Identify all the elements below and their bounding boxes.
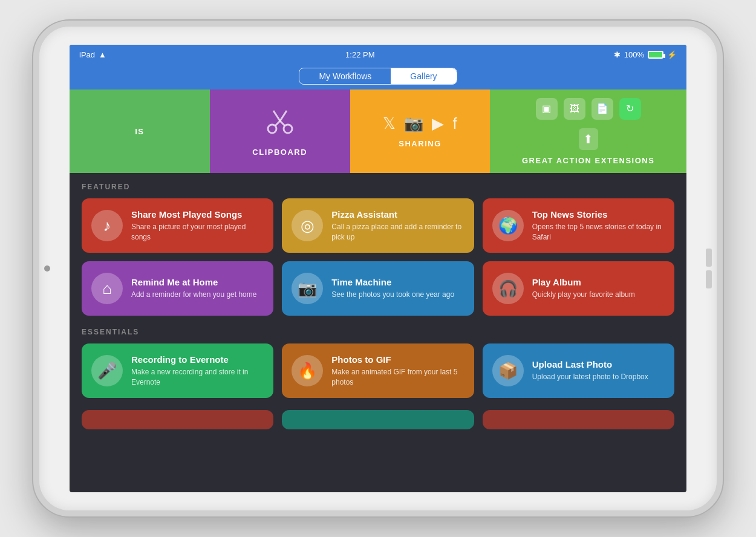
- battery-icon: [648, 51, 663, 59]
- social-icons: 𝕏 📷 ▶ f: [383, 114, 457, 133]
- card-upload-last-photo[interactable]: 📦 Upload Last Photo Upload your latest p…: [483, 343, 674, 398]
- banner-extensions[interactable]: ▣ 🖼 📄 ↻ ⬆ GREAT ACTION EXTENSIONS: [490, 90, 686, 173]
- ext-icon-1: ▣: [536, 98, 558, 120]
- card-share-most-played[interactable]: ♪ Share Most Played Songs Share a pictur…: [82, 198, 273, 253]
- flame-icon: 🔥: [292, 355, 323, 386]
- card-text-play-album: Play Album Quickly play your favorite al…: [532, 277, 635, 300]
- twitter-icon: 𝕏: [383, 114, 396, 133]
- essentials-section-label: ESSENTIALS: [82, 328, 674, 336]
- dropbox-icon: 📦: [492, 355, 524, 386]
- status-left: iPad ▲: [79, 50, 106, 59]
- featured-cards-grid: ♪ Share Most Played Songs Share a pictur…: [82, 198, 674, 316]
- bottom-partial-cards: [82, 410, 674, 429]
- wifi-icon: ▲: [99, 50, 106, 59]
- nav-tabs: My Workflows Gallery: [299, 68, 457, 85]
- svg-line-4: [273, 111, 280, 121]
- side-buttons: [706, 249, 712, 288]
- banner-partial-label: IS: [135, 127, 144, 136]
- essentials-cards-grid: 🎤 Recording to Evernote Make a new recor…: [82, 343, 674, 398]
- card-photos-to-gif[interactable]: 🔥 Photos to GIF Make an animated GIF fro…: [282, 343, 474, 398]
- category-banners: IS CLIPBOARD: [70, 90, 686, 173]
- card-time-machine[interactable]: 📷 Time Machine See the photos you took o…: [282, 261, 474, 316]
- svg-point-0: [268, 125, 276, 133]
- facebook-icon: f: [452, 114, 457, 133]
- nav-bar: My Workflows Gallery: [70, 64, 686, 90]
- banner-sharing-label: SHARING: [399, 139, 441, 148]
- content-area: FEATURED ♪ Share Most Played Songs Share…: [70, 173, 686, 490]
- card-text-recording-evernote: Recording to Evernote Make a new recordi…: [131, 354, 264, 388]
- card-text-top-news: Top News Stories Opens the top 5 news st…: [532, 209, 665, 242]
- volume-down-button[interactable]: [706, 270, 712, 288]
- tab-gallery[interactable]: Gallery: [391, 68, 456, 84]
- svg-line-5: [280, 111, 287, 121]
- ipad-device: iPad ▲ 1:22 PM ✱ 100% ⚡ My Workflows Gal…: [33, 21, 723, 516]
- bottom-card-3[interactable]: [483, 410, 674, 429]
- bluetooth-icon: ✱: [614, 50, 621, 59]
- card-text-photos-to-gif: Photos to GIF Make an animated GIF from …: [331, 354, 464, 388]
- device-name: iPad: [79, 50, 95, 59]
- banner-partial[interactable]: IS: [70, 90, 210, 173]
- ext-icon-3: 📄: [591, 98, 613, 120]
- card-text-pizza-assistant: Pizza Assistant Call a pizza place and a…: [331, 209, 464, 242]
- status-bar: iPad ▲ 1:22 PM ✱ 100% ⚡: [70, 45, 686, 64]
- svg-line-2: [275, 121, 280, 126]
- target-icon: ◎: [292, 210, 323, 241]
- status-time: 1:22 PM: [345, 50, 374, 59]
- youtube-icon: ▶: [432, 114, 444, 133]
- globe-icon: 🌍: [492, 210, 524, 241]
- tab-my-workflows[interactable]: My Workflows: [299, 68, 391, 84]
- card-text-time-machine: Time Machine See the photos you took one…: [331, 277, 454, 300]
- bottom-card-1[interactable]: [82, 410, 273, 429]
- card-text-share-most-played: Share Most Played Songs Share a picture …: [131, 209, 264, 242]
- scissors-icon: [265, 106, 295, 142]
- status-right: ✱ 100% ⚡: [614, 50, 677, 59]
- svg-point-1: [284, 125, 292, 133]
- card-text-upload-last-photo: Upload Last Photo Upload your latest pho…: [532, 359, 648, 382]
- ipad-screen: iPad ▲ 1:22 PM ✱ 100% ⚡ My Workflows Gal…: [70, 45, 686, 492]
- home-icon: ⌂: [91, 273, 123, 304]
- ext-icons: ▣ 🖼 📄 ↻: [536, 98, 641, 120]
- ext-share-icon: ⬆: [579, 128, 598, 150]
- banner-sharing[interactable]: 𝕏 📷 ▶ f SHARING: [350, 90, 490, 173]
- instagram-icon: 📷: [404, 114, 423, 133]
- camera-icon: 📷: [292, 273, 323, 304]
- ext-icon-4: ↻: [619, 98, 641, 120]
- microphone-icon: 🎤: [91, 355, 123, 386]
- banner-extensions-label: GREAT ACTION EXTENSIONS: [522, 156, 654, 165]
- card-recording-evernote[interactable]: 🎤 Recording to Evernote Make a new recor…: [82, 343, 273, 398]
- music-note-icon: ♪: [91, 210, 123, 241]
- featured-section-label: FEATURED: [82, 183, 674, 191]
- battery-percent: 100%: [624, 50, 644, 59]
- svg-line-3: [280, 121, 285, 126]
- card-top-news[interactable]: 🌍 Top News Stories Opens the top 5 news …: [483, 198, 674, 253]
- volume-up-button[interactable]: [706, 249, 712, 267]
- bottom-card-2[interactable]: [282, 410, 474, 429]
- card-pizza-assistant[interactable]: ◎ Pizza Assistant Call a pizza place and…: [282, 198, 474, 253]
- banner-clipboard-label: CLIPBOARD: [252, 148, 307, 157]
- ext-icon-2: 🖼: [564, 98, 585, 120]
- headphone-icon: 🎧: [492, 273, 524, 304]
- home-button[interactable]: [44, 265, 50, 272]
- banner-clipboard[interactable]: CLIPBOARD: [210, 90, 350, 173]
- card-remind-home[interactable]: ⌂ Remind Me at Home Add a reminder for w…: [82, 261, 273, 316]
- card-play-album[interactable]: 🎧 Play Album Quickly play your favorite …: [483, 261, 674, 316]
- card-text-remind-home: Remind Me at Home Add a reminder for whe…: [131, 277, 256, 300]
- charging-icon: ⚡: [667, 50, 677, 59]
